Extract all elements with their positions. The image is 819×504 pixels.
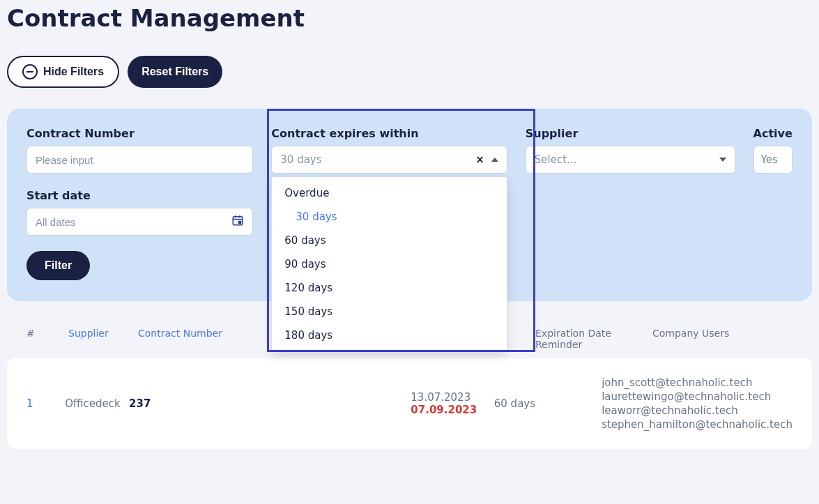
row-contract-number: 237 bbox=[129, 397, 411, 410]
termination-date-2: 07.09.2023 bbox=[411, 404, 493, 416]
filter-button[interactable]: Filter bbox=[26, 251, 90, 280]
expires-label: Contract expires within bbox=[271, 127, 507, 140]
user-email: laurettewingo@technaholic.tech bbox=[602, 390, 793, 403]
termination-date-1: 13.07.2023 bbox=[411, 391, 493, 404]
clear-icon[interactable]: × bbox=[475, 153, 484, 166]
filter-col-supplier: Supplier Select... bbox=[526, 127, 735, 174]
collapse-icon bbox=[22, 64, 38, 79]
row-num[interactable]: 1 bbox=[26, 397, 65, 410]
chevron-down-icon bbox=[719, 158, 726, 162]
start-date-label: Start date bbox=[26, 189, 253, 202]
svg-rect-4 bbox=[239, 222, 241, 224]
expires-option-30[interactable]: 30 days bbox=[272, 205, 506, 229]
supplier-filter-label: Supplier bbox=[526, 127, 735, 140]
col-supplier[interactable]: Supplier bbox=[68, 328, 138, 350]
row-supplier: Officedeck bbox=[65, 397, 129, 410]
expires-dropdown: Overdue 30 days 60 days 90 days 120 days… bbox=[271, 176, 507, 352]
contract-number-label: Contract Number bbox=[26, 127, 253, 140]
calendar-icon[interactable] bbox=[231, 214, 244, 229]
expires-option-90[interactable]: 90 days bbox=[272, 252, 506, 276]
expires-selected-value: 30 days bbox=[280, 153, 321, 166]
active-label: Active bbox=[753, 127, 793, 140]
active-value: Yes bbox=[761, 153, 778, 166]
chevron-up-icon[interactable] bbox=[491, 158, 498, 162]
user-email: john_scott@technaholic.tech bbox=[602, 376, 793, 389]
filter-col-expires: Contract expires within 30 days × Overdu… bbox=[271, 127, 507, 174]
page-title: Contract Management bbox=[7, 4, 812, 32]
start-date-input-wrap[interactable] bbox=[26, 208, 253, 236]
row-users: john_scott@technaholic.tech laurettewing… bbox=[602, 376, 793, 431]
expires-option-180[interactable]: 180 days bbox=[272, 323, 506, 347]
col-expiration-reminder: Expiration Date Reminder bbox=[535, 328, 652, 350]
user-email: stephen_hamilton@technaholic.tech bbox=[602, 418, 793, 431]
hide-filters-label: Hide Filters bbox=[43, 66, 104, 78]
filter-col-main: Contract Number Start date Filter bbox=[26, 127, 253, 280]
filter-col-active: Active Yes bbox=[753, 127, 793, 174]
reset-filters-button[interactable]: Reset Filters bbox=[128, 56, 222, 88]
row-termination: 13.07.2023 07.09.2023 bbox=[411, 391, 493, 416]
reset-filters-label: Reset Filters bbox=[141, 66, 208, 78]
expires-option-150[interactable]: 150 days bbox=[272, 300, 506, 323]
table-row: 1 Officedeck 237 13.07.2023 07.09.2023 6… bbox=[7, 358, 812, 449]
filter-button-label: Filter bbox=[45, 259, 72, 272]
supplier-select[interactable]: Select... bbox=[526, 146, 735, 174]
contract-number-input-wrap bbox=[26, 146, 253, 174]
contract-number-input[interactable] bbox=[36, 146, 244, 173]
expires-controls: × bbox=[475, 153, 498, 166]
row-reminder: 60 days bbox=[494, 397, 602, 410]
expires-option-overdue[interactable]: Overdue bbox=[272, 181, 506, 205]
active-select[interactable]: Yes bbox=[753, 146, 793, 174]
start-date-input[interactable] bbox=[36, 208, 231, 235]
expires-select: 30 days × Overdue 30 days 60 days 90 day… bbox=[271, 146, 507, 174]
col-company-users: Company Users bbox=[652, 328, 792, 350]
hide-filters-button[interactable]: Hide Filters bbox=[7, 56, 119, 88]
filter-panel: Contract Number Start date Filter Contra… bbox=[7, 109, 812, 301]
supplier-placeholder: Select... bbox=[535, 153, 577, 166]
expires-option-60[interactable]: 60 days bbox=[272, 229, 506, 252]
col-num: # bbox=[26, 328, 68, 350]
expires-option-120[interactable]: 120 days bbox=[272, 276, 506, 300]
expires-select-display[interactable]: 30 days × bbox=[271, 146, 507, 174]
filter-actions: Hide Filters Reset Filters bbox=[7, 56, 812, 88]
user-email: leaworr@technaholic.tech bbox=[602, 404, 793, 417]
